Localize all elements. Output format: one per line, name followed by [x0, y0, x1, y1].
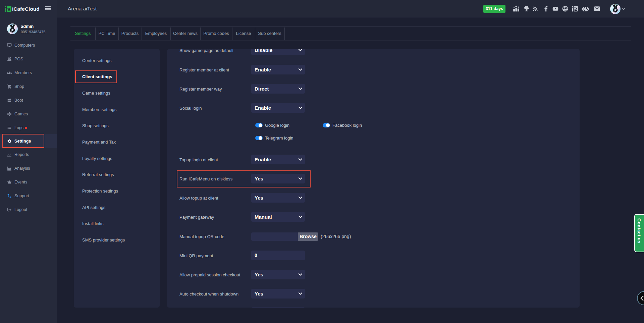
svg-text:PLATINUM: PLATINUM — [9, 24, 15, 25]
svg-text:PLATINUM: PLATINUM — [612, 4, 619, 6]
